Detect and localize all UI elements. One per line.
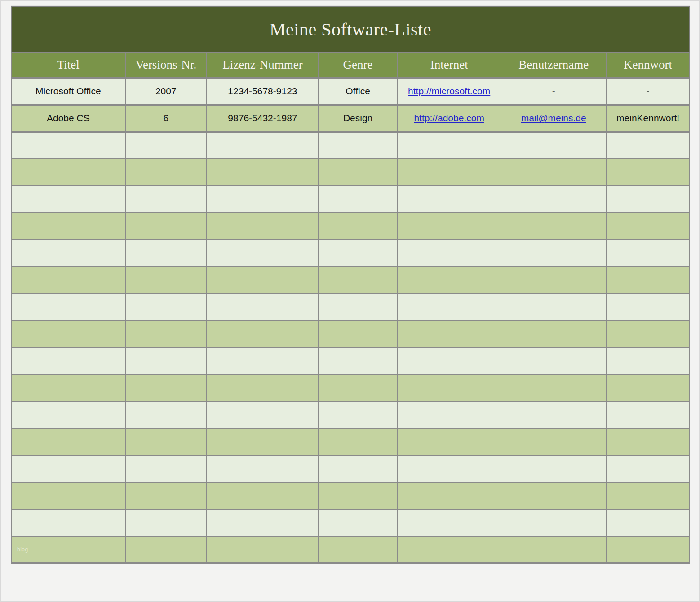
empty-table-cell — [397, 320, 501, 347]
empty-table-cell — [319, 266, 397, 293]
empty-table-cell — [125, 266, 207, 293]
column-header-versions-nr: Versions-Nr. — [125, 52, 207, 78]
empty-table-cell — [11, 428, 125, 455]
empty-table-cell — [397, 401, 501, 428]
empty-table-cell — [319, 428, 397, 455]
empty-table-cell — [125, 536, 207, 563]
empty-table-cell — [125, 212, 207, 239]
empty-table-cell — [11, 159, 125, 186]
table-cell: 2007 — [125, 78, 207, 105]
empty-table-cell — [606, 347, 690, 374]
cell-link[interactable]: mail@meins.de — [521, 113, 586, 123]
empty-table-row — [11, 266, 690, 293]
empty-table-cell — [606, 293, 690, 320]
table-cell: Microsoft Office — [11, 78, 125, 105]
title-row: Meine Software-Liste — [11, 7, 690, 52]
empty-table-cell — [397, 536, 501, 563]
empty-table-cell — [207, 482, 319, 509]
empty-table-row — [11, 347, 690, 374]
empty-table-cell — [606, 509, 690, 536]
empty-table-cell — [11, 239, 125, 266]
empty-table-cell — [606, 536, 690, 563]
empty-table-cell — [319, 374, 397, 401]
empty-table-cell — [319, 239, 397, 266]
empty-table-cell — [606, 239, 690, 266]
empty-table-cell — [207, 347, 319, 374]
column-header-lizenz-nummer: Lizenz-Nummer — [207, 52, 319, 78]
empty-table-cell — [501, 293, 606, 320]
empty-table-cell — [397, 455, 501, 482]
empty-table-row — [11, 239, 690, 266]
empty-table-cell — [11, 186, 125, 212]
empty-table-cell — [207, 239, 319, 266]
cell-link[interactable]: http://adobe.com — [414, 113, 484, 123]
empty-table-cell — [11, 266, 125, 293]
cell-link[interactable]: http://microsoft.com — [408, 86, 490, 96]
empty-table-cell — [606, 320, 690, 347]
empty-table-cell — [397, 212, 501, 239]
empty-table-cell — [207, 320, 319, 347]
empty-table-cell — [397, 482, 501, 509]
empty-table-cell — [501, 374, 606, 401]
empty-table-cell — [606, 455, 690, 482]
empty-table-cell — [125, 428, 207, 455]
empty-table-cell — [207, 455, 319, 482]
empty-table-cell — [319, 320, 397, 347]
empty-table-cell — [606, 212, 690, 239]
empty-table-cell — [125, 159, 207, 186]
empty-table-cell — [397, 374, 501, 401]
empty-table-row — [11, 374, 690, 401]
empty-table-cell — [501, 266, 606, 293]
empty-table-cell — [207, 401, 319, 428]
empty-table-cell — [319, 212, 397, 239]
empty-table-cell — [501, 132, 606, 159]
empty-table-cell — [606, 159, 690, 186]
table-cell: 6 — [125, 105, 207, 132]
empty-table-cell — [11, 482, 125, 509]
empty-table-row — [11, 428, 690, 455]
empty-table-cell — [501, 536, 606, 563]
empty-table-cell — [125, 293, 207, 320]
empty-table-cell — [501, 159, 606, 186]
empty-table-cell — [125, 509, 207, 536]
table-cell: - — [606, 78, 690, 105]
empty-table-cell — [11, 455, 125, 482]
empty-table-row — [11, 455, 690, 482]
empty-table-cell — [207, 374, 319, 401]
empty-table-cell — [11, 509, 125, 536]
empty-table-row — [11, 186, 690, 212]
empty-table-cell — [207, 159, 319, 186]
empty-table-cell — [125, 347, 207, 374]
empty-table-row — [11, 509, 690, 536]
empty-table-cell — [207, 428, 319, 455]
empty-table-row — [11, 320, 690, 347]
empty-table-cell — [501, 455, 606, 482]
empty-table-cell — [125, 132, 207, 159]
empty-table-row — [11, 212, 690, 239]
table-row: Adobe CS69876-5432-1987Designhttp://adob… — [11, 105, 690, 132]
empty-table-cell — [319, 536, 397, 563]
empty-table-cell — [125, 320, 207, 347]
table-cell: 9876-5432-1987 — [207, 105, 319, 132]
software-list-table: Meine Software-Liste TitelVersions-Nr.Li… — [11, 6, 690, 564]
table-cell: http://microsoft.com — [397, 78, 501, 105]
empty-table-cell — [397, 266, 501, 293]
table-cell: Office — [319, 78, 397, 105]
column-header-row: TitelVersions-Nr.Lizenz-NummerGenreInter… — [11, 52, 690, 78]
empty-table-cell — [11, 293, 125, 320]
empty-table-cell: blog — [11, 536, 125, 563]
empty-table-cell — [319, 347, 397, 374]
empty-table-cell — [125, 186, 207, 212]
empty-table-cell — [501, 347, 606, 374]
empty-table-cell — [11, 212, 125, 239]
empty-table-cell — [207, 266, 319, 293]
empty-table-cell — [319, 186, 397, 212]
empty-table-cell — [501, 239, 606, 266]
empty-table-cell — [207, 293, 319, 320]
empty-table-row — [11, 132, 690, 159]
page: Meine Software-Liste TitelVersions-Nr.Li… — [0, 0, 700, 564]
empty-table-cell — [125, 455, 207, 482]
column-header-genre: Genre — [319, 52, 397, 78]
empty-table-cell — [11, 347, 125, 374]
empty-table-cell — [501, 212, 606, 239]
